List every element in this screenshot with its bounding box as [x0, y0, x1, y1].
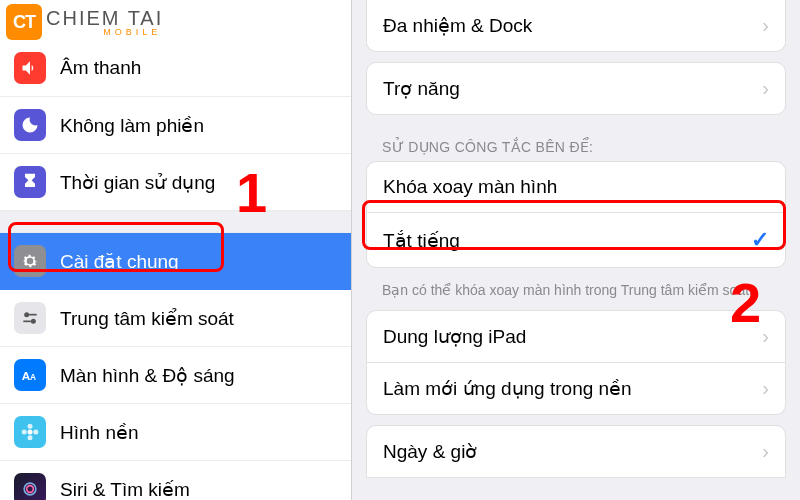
- sidebar-item-label: Trung tâm kiểm soát: [60, 307, 234, 330]
- sidebar-list: Âm thanh Không làm phiền Thời gian sử dụ…: [0, 40, 351, 500]
- svg-text:A: A: [30, 372, 36, 382]
- flower-icon: [14, 416, 46, 448]
- siri-icon: [14, 473, 46, 500]
- detail-panel: Đa nhiệm & Dock › Trợ năng › SỬ DỤNG CÔN…: [352, 0, 800, 500]
- logo: CT CHIEM TAI MOBILE: [0, 0, 351, 40]
- chevron-right-icon: ›: [762, 77, 769, 100]
- sidebar-item-control-center[interactable]: Trung tâm kiểm soát: [0, 290, 351, 347]
- row-label: Làm mới ứng dụng trong nền: [383, 377, 632, 400]
- sidebar-item-label: Màn hình & Độ sáng: [60, 364, 235, 387]
- hourglass-icon: [14, 166, 46, 198]
- row-label: Dung lượng iPad: [383, 325, 526, 348]
- svg-rect-3: [23, 321, 30, 323]
- sidebar-item-display[interactable]: AA Màn hình & Độ sáng: [0, 347, 351, 404]
- row-storage[interactable]: Dung lượng iPad ›: [366, 310, 786, 362]
- row-date-time[interactable]: Ngày & giờ ›: [366, 425, 786, 478]
- chevron-right-icon: ›: [762, 14, 769, 37]
- row-multitasking[interactable]: Đa nhiệm & Dock ›: [366, 0, 786, 52]
- row-label: Đa nhiệm & Dock: [383, 14, 532, 37]
- sidebar-item-label: Hình nền: [60, 421, 139, 444]
- chevron-right-icon: ›: [762, 325, 769, 348]
- sliders-icon: [14, 302, 46, 334]
- svg-point-6: [28, 430, 33, 435]
- svg-point-9: [22, 430, 27, 435]
- moon-icon: [14, 109, 46, 141]
- annotation-number-1: 1: [236, 160, 267, 225]
- sidebar-item-sound[interactable]: Âm thanh: [0, 40, 351, 97]
- row-label: Khóa xoay màn hình: [383, 176, 557, 198]
- sidebar-item-label: Âm thanh: [60, 57, 141, 79]
- logo-text: CHIEM TAI MOBILE: [46, 8, 163, 37]
- sidebar-item-label: Siri & Tìm kiếm: [60, 478, 190, 501]
- mute-hint: Bạn có thể khóa xoay màn hình trong Trun…: [366, 278, 786, 300]
- chevron-right-icon: ›: [762, 377, 769, 400]
- row-mute[interactable]: Tắt tiếng ✓: [366, 212, 786, 268]
- sidebar-item-label: Cài đặt chung: [60, 250, 179, 273]
- sidebar-spacer: [0, 211, 351, 233]
- logo-badge: CT: [6, 4, 42, 40]
- settings-sidebar: CT CHIEM TAI MOBILE Âm thanh Không làm p…: [0, 0, 352, 500]
- text-size-icon: AA: [14, 359, 46, 391]
- logo-sub: MOBILE: [103, 28, 161, 37]
- section-switch-label: SỬ DỤNG CÔNG TẮC BÊN ĐỂ:: [366, 125, 786, 161]
- sound-icon: [14, 52, 46, 84]
- row-lock-rotation[interactable]: Khóa xoay màn hình: [366, 161, 786, 212]
- svg-point-8: [28, 435, 33, 440]
- svg-point-7: [28, 424, 33, 429]
- svg-point-2: [31, 319, 36, 324]
- svg-point-0: [24, 312, 29, 317]
- sidebar-item-label: Thời gian sử dụng: [60, 171, 215, 194]
- svg-point-10: [33, 430, 38, 435]
- gear-icon: [14, 245, 46, 277]
- sidebar-item-siri[interactable]: Siri & Tìm kiếm: [0, 461, 351, 500]
- svg-point-12: [27, 486, 34, 493]
- row-label: Ngày & giờ: [383, 440, 477, 463]
- sidebar-item-wallpaper[interactable]: Hình nền: [0, 404, 351, 461]
- sidebar-item-general[interactable]: Cài đặt chung: [0, 233, 351, 290]
- row-label: Trợ năng: [383, 77, 460, 100]
- logo-main: CHIEM TAI: [46, 8, 163, 28]
- sidebar-item-screentime[interactable]: Thời gian sử dụng: [0, 154, 351, 211]
- row-bg-refresh[interactable]: Làm mới ứng dụng trong nền ›: [366, 362, 786, 415]
- row-accessibility[interactable]: Trợ năng ›: [366, 62, 786, 115]
- chevron-right-icon: ›: [762, 440, 769, 463]
- sidebar-item-label: Không làm phiền: [60, 114, 204, 137]
- checkmark-icon: ✓: [751, 227, 769, 253]
- sidebar-item-dnd[interactable]: Không làm phiền: [0, 97, 351, 154]
- svg-rect-1: [29, 314, 36, 316]
- row-label: Tắt tiếng: [383, 229, 460, 252]
- annotation-number-2: 2: [730, 270, 761, 335]
